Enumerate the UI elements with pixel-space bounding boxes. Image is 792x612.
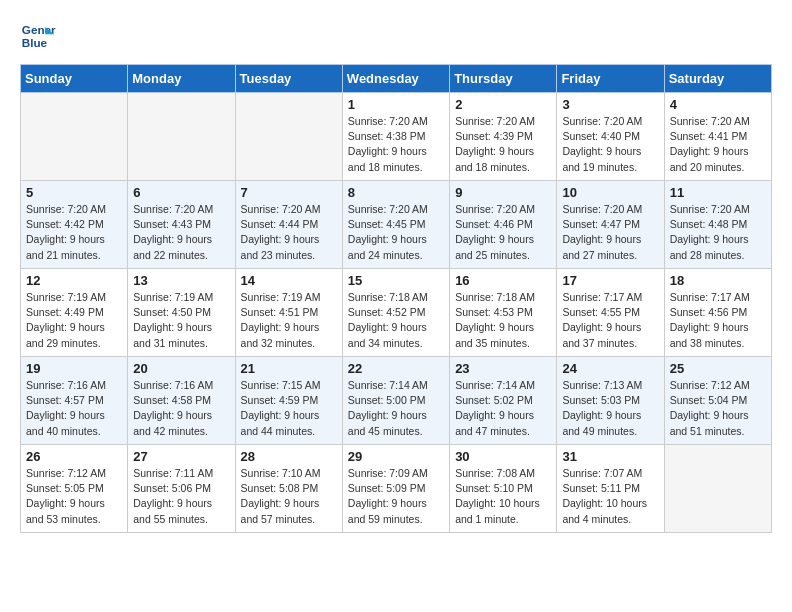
calendar-cell: 28Sunrise: 7:10 AM Sunset: 5:08 PM Dayli…	[235, 445, 342, 533]
calendar-cell: 7Sunrise: 7:20 AM Sunset: 4:44 PM Daylig…	[235, 181, 342, 269]
day-info: Sunrise: 7:20 AM Sunset: 4:39 PM Dayligh…	[455, 114, 551, 175]
day-info: Sunrise: 7:20 AM Sunset: 4:40 PM Dayligh…	[562, 114, 658, 175]
day-info: Sunrise: 7:17 AM Sunset: 4:56 PM Dayligh…	[670, 290, 766, 351]
day-number: 9	[455, 185, 551, 200]
day-number: 2	[455, 97, 551, 112]
calendar-cell: 5Sunrise: 7:20 AM Sunset: 4:42 PM Daylig…	[21, 181, 128, 269]
calendar-cell: 31Sunrise: 7:07 AM Sunset: 5:11 PM Dayli…	[557, 445, 664, 533]
svg-text:General: General	[22, 23, 56, 36]
weekday-header-friday: Friday	[557, 65, 664, 93]
day-number: 3	[562, 97, 658, 112]
calendar-cell: 16Sunrise: 7:18 AM Sunset: 4:53 PM Dayli…	[450, 269, 557, 357]
calendar-cell	[235, 93, 342, 181]
calendar-cell: 9Sunrise: 7:20 AM Sunset: 4:46 PM Daylig…	[450, 181, 557, 269]
calendar-cell: 4Sunrise: 7:20 AM Sunset: 4:41 PM Daylig…	[664, 93, 771, 181]
day-info: Sunrise: 7:14 AM Sunset: 5:02 PM Dayligh…	[455, 378, 551, 439]
day-info: Sunrise: 7:11 AM Sunset: 5:06 PM Dayligh…	[133, 466, 229, 527]
weekday-header-tuesday: Tuesday	[235, 65, 342, 93]
calendar-cell: 10Sunrise: 7:20 AM Sunset: 4:47 PM Dayli…	[557, 181, 664, 269]
calendar-week-0: 1Sunrise: 7:20 AM Sunset: 4:38 PM Daylig…	[21, 93, 772, 181]
calendar-cell: 30Sunrise: 7:08 AM Sunset: 5:10 PM Dayli…	[450, 445, 557, 533]
day-number: 14	[241, 273, 337, 288]
weekday-header-wednesday: Wednesday	[342, 65, 449, 93]
weekday-header-monday: Monday	[128, 65, 235, 93]
day-number: 10	[562, 185, 658, 200]
day-number: 11	[670, 185, 766, 200]
day-info: Sunrise: 7:20 AM Sunset: 4:42 PM Dayligh…	[26, 202, 122, 263]
calendar-cell: 29Sunrise: 7:09 AM Sunset: 5:09 PM Dayli…	[342, 445, 449, 533]
day-number: 26	[26, 449, 122, 464]
day-number: 5	[26, 185, 122, 200]
day-info: Sunrise: 7:15 AM Sunset: 4:59 PM Dayligh…	[241, 378, 337, 439]
day-info: Sunrise: 7:12 AM Sunset: 5:04 PM Dayligh…	[670, 378, 766, 439]
day-number: 21	[241, 361, 337, 376]
day-info: Sunrise: 7:09 AM Sunset: 5:09 PM Dayligh…	[348, 466, 444, 527]
calendar-cell: 11Sunrise: 7:20 AM Sunset: 4:48 PM Dayli…	[664, 181, 771, 269]
day-info: Sunrise: 7:18 AM Sunset: 4:53 PM Dayligh…	[455, 290, 551, 351]
calendar-cell: 2Sunrise: 7:20 AM Sunset: 4:39 PM Daylig…	[450, 93, 557, 181]
calendar-cell: 21Sunrise: 7:15 AM Sunset: 4:59 PM Dayli…	[235, 357, 342, 445]
day-info: Sunrise: 7:19 AM Sunset: 4:51 PM Dayligh…	[241, 290, 337, 351]
calendar-cell: 17Sunrise: 7:17 AM Sunset: 4:55 PM Dayli…	[557, 269, 664, 357]
day-info: Sunrise: 7:12 AM Sunset: 5:05 PM Dayligh…	[26, 466, 122, 527]
calendar-cell	[664, 445, 771, 533]
calendar-cell: 23Sunrise: 7:14 AM Sunset: 5:02 PM Dayli…	[450, 357, 557, 445]
page: General Blue SundayMondayTuesdayWednesda…	[0, 0, 792, 551]
day-number: 18	[670, 273, 766, 288]
day-info: Sunrise: 7:20 AM Sunset: 4:47 PM Dayligh…	[562, 202, 658, 263]
day-number: 30	[455, 449, 551, 464]
day-info: Sunrise: 7:07 AM Sunset: 5:11 PM Dayligh…	[562, 466, 658, 527]
calendar-cell: 22Sunrise: 7:14 AM Sunset: 5:00 PM Dayli…	[342, 357, 449, 445]
day-number: 6	[133, 185, 229, 200]
day-number: 23	[455, 361, 551, 376]
calendar-cell: 15Sunrise: 7:18 AM Sunset: 4:52 PM Dayli…	[342, 269, 449, 357]
day-info: Sunrise: 7:20 AM Sunset: 4:44 PM Dayligh…	[241, 202, 337, 263]
day-number: 1	[348, 97, 444, 112]
day-info: Sunrise: 7:18 AM Sunset: 4:52 PM Dayligh…	[348, 290, 444, 351]
weekday-header-saturday: Saturday	[664, 65, 771, 93]
day-number: 17	[562, 273, 658, 288]
day-info: Sunrise: 7:10 AM Sunset: 5:08 PM Dayligh…	[241, 466, 337, 527]
header: General Blue	[20, 18, 772, 54]
day-info: Sunrise: 7:16 AM Sunset: 4:58 PM Dayligh…	[133, 378, 229, 439]
day-info: Sunrise: 7:16 AM Sunset: 4:57 PM Dayligh…	[26, 378, 122, 439]
day-number: 15	[348, 273, 444, 288]
calendar-cell: 20Sunrise: 7:16 AM Sunset: 4:58 PM Dayli…	[128, 357, 235, 445]
calendar-table: SundayMondayTuesdayWednesdayThursdayFrid…	[20, 64, 772, 533]
calendar-cell: 26Sunrise: 7:12 AM Sunset: 5:05 PM Dayli…	[21, 445, 128, 533]
calendar-cell: 18Sunrise: 7:17 AM Sunset: 4:56 PM Dayli…	[664, 269, 771, 357]
calendar-week-2: 12Sunrise: 7:19 AM Sunset: 4:49 PM Dayli…	[21, 269, 772, 357]
day-number: 12	[26, 273, 122, 288]
logo: General Blue	[20, 18, 60, 54]
day-info: Sunrise: 7:19 AM Sunset: 4:50 PM Dayligh…	[133, 290, 229, 351]
calendar-cell: 3Sunrise: 7:20 AM Sunset: 4:40 PM Daylig…	[557, 93, 664, 181]
day-number: 22	[348, 361, 444, 376]
day-info: Sunrise: 7:17 AM Sunset: 4:55 PM Dayligh…	[562, 290, 658, 351]
day-number: 31	[562, 449, 658, 464]
calendar-cell	[128, 93, 235, 181]
day-number: 25	[670, 361, 766, 376]
logo-icon: General Blue	[20, 18, 56, 54]
day-number: 13	[133, 273, 229, 288]
day-number: 27	[133, 449, 229, 464]
calendar-cell: 13Sunrise: 7:19 AM Sunset: 4:50 PM Dayli…	[128, 269, 235, 357]
day-info: Sunrise: 7:20 AM Sunset: 4:38 PM Dayligh…	[348, 114, 444, 175]
day-info: Sunrise: 7:20 AM Sunset: 4:45 PM Dayligh…	[348, 202, 444, 263]
calendar-cell: 19Sunrise: 7:16 AM Sunset: 4:57 PM Dayli…	[21, 357, 128, 445]
day-number: 28	[241, 449, 337, 464]
calendar-cell: 27Sunrise: 7:11 AM Sunset: 5:06 PM Dayli…	[128, 445, 235, 533]
day-info: Sunrise: 7:19 AM Sunset: 4:49 PM Dayligh…	[26, 290, 122, 351]
day-number: 19	[26, 361, 122, 376]
day-info: Sunrise: 7:13 AM Sunset: 5:03 PM Dayligh…	[562, 378, 658, 439]
weekday-header-sunday: Sunday	[21, 65, 128, 93]
day-number: 4	[670, 97, 766, 112]
day-info: Sunrise: 7:08 AM Sunset: 5:10 PM Dayligh…	[455, 466, 551, 527]
calendar-header-row: SundayMondayTuesdayWednesdayThursdayFrid…	[21, 65, 772, 93]
day-info: Sunrise: 7:20 AM Sunset: 4:43 PM Dayligh…	[133, 202, 229, 263]
day-number: 20	[133, 361, 229, 376]
calendar-cell: 8Sunrise: 7:20 AM Sunset: 4:45 PM Daylig…	[342, 181, 449, 269]
day-number: 8	[348, 185, 444, 200]
day-info: Sunrise: 7:20 AM Sunset: 4:48 PM Dayligh…	[670, 202, 766, 263]
calendar-cell: 6Sunrise: 7:20 AM Sunset: 4:43 PM Daylig…	[128, 181, 235, 269]
day-number: 29	[348, 449, 444, 464]
